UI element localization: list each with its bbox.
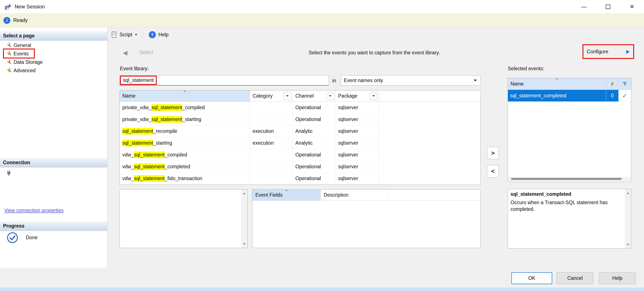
- event-row[interactable]: private_vdw_sql_statement_compiled Opera…: [120, 102, 480, 114]
- package-filter-dropdown[interactable]: [370, 92, 378, 100]
- sidebar-item-advanced[interactable]: Advanced: [0, 66, 103, 75]
- ok-button[interactable]: OK: [511, 272, 552, 284]
- event-name: sql_statement_starting: [120, 137, 250, 149]
- detail-pane-scrollbar[interactable]: [625, 189, 631, 248]
- minimize-button[interactable]: —: [572, 0, 596, 14]
- event-package: sqlserver: [336, 149, 379, 161]
- sidebar-item-events[interactable]: Events: [0, 50, 103, 58]
- event-package: sqlserver: [336, 161, 379, 172]
- filter-column-header[interactable]: [618, 78, 631, 90]
- back-arrow-button[interactable]: ◀: [119, 46, 132, 59]
- search-match-highlight: sql_statement: [122, 140, 153, 146]
- search-match-highlight: sql_statement: [152, 116, 182, 123]
- move-right-button[interactable]: >: [487, 147, 499, 160]
- scroll-down-icon[interactable]: ▼: [625, 241, 631, 247]
- event-search-input[interactable]: sql_statement: [120, 75, 329, 86]
- detail-title: sql_statement_completed: [510, 191, 622, 197]
- event-fields-pane: ^ Event Fields Description: [252, 189, 481, 248]
- toolbar-separator: [143, 30, 143, 39]
- column-header-category[interactable]: Category: [250, 90, 293, 102]
- description-pane-scrollbar[interactable]: [241, 190, 248, 248]
- event-library-label: Event library:: [120, 66, 149, 72]
- event-row[interactable]: private_vdw_sql_statement_starting Opera…: [120, 114, 480, 125]
- selected-event-check-icon: ✓: [618, 90, 631, 102]
- search-scope-value: Event names only: [344, 78, 383, 84]
- category-filter-dropdown[interactable]: [284, 92, 291, 100]
- search-match-highlight: sql_statement: [152, 104, 182, 111]
- done-check-icon: [6, 232, 18, 244]
- maximize-button[interactable]: [596, 0, 620, 14]
- selected-events-label: Selected events:: [508, 66, 544, 72]
- event-row[interactable]: sql_statement_starting execution Analyti…: [120, 137, 480, 149]
- event-category: [250, 172, 293, 184]
- event-channel: Operational: [293, 149, 336, 161]
- column-header-package[interactable]: Package: [336, 90, 379, 102]
- move-left-button[interactable]: <: [487, 165, 499, 178]
- wrench-icon: [6, 43, 11, 48]
- sidebar-item-general[interactable]: General: [0, 41, 103, 50]
- event-name: private_vdw_sql_statement_compiled: [120, 102, 250, 114]
- select-button[interactable]: Select: [139, 50, 153, 55]
- event-count-column-header[interactable]: [606, 78, 618, 90]
- sidebar-item-label: Data Storage: [14, 59, 43, 65]
- event-package: sqlserver: [336, 125, 379, 137]
- selected-column-header-name[interactable]: ^ Name: [508, 78, 606, 90]
- info-icon: i: [4, 17, 10, 24]
- event-channel: Operational: [293, 161, 336, 172]
- detail-text: Occurs when a Transact-SQL statement has…: [510, 199, 622, 212]
- chevron-down-icon: [474, 80, 477, 82]
- progress-status: Done: [26, 235, 38, 240]
- selected-events-table: ^ Name sql_statement_completed 0 ✓: [508, 78, 631, 182]
- selected-event-detail-pane: sql_statement_completed Occurs when a Tr…: [508, 189, 631, 248]
- search-match-highlight: sql_statement: [134, 163, 165, 170]
- toolbar-help-button[interactable]: Help: [158, 32, 168, 38]
- search-scope-select[interactable]: Event names only: [341, 75, 481, 86]
- event-channel: Analytic: [293, 137, 336, 149]
- view-connection-properties-link[interactable]: View connection properties: [4, 208, 64, 214]
- event-category: execution: [250, 137, 293, 149]
- sidebar-item-label: Advanced: [14, 68, 36, 74]
- column-header-event-fields[interactable]: ^ Event Fields: [252, 190, 321, 200]
- cancel-button[interactable]: Cancel: [556, 272, 594, 284]
- title-bar: New Session — ✕: [0, 0, 644, 14]
- column-header-name[interactable]: ^ Name: [120, 90, 250, 102]
- event-name: vdw_sql_statement_completed: [120, 161, 250, 172]
- scroll-down-icon[interactable]: ▼: [241, 241, 248, 247]
- event-fields-header: ^ Event Fields Description: [252, 190, 480, 201]
- script-dropdown-icon[interactable]: [135, 34, 137, 36]
- selected-event-row[interactable]: sql_statement_completed 0 ✓: [508, 90, 631, 102]
- column-header-channel[interactable]: Channel: [293, 90, 336, 102]
- event-row[interactable]: vdw_sql_statement_fido_transaction Opera…: [120, 172, 480, 184]
- channel-filter-dropdown[interactable]: [326, 92, 334, 100]
- column-header-description[interactable]: Description: [321, 190, 388, 200]
- scroll-up-icon[interactable]: ▲: [241, 190, 248, 196]
- toolbar: Script ? Help: [108, 27, 644, 42]
- event-category: [250, 149, 293, 161]
- event-channel: Operational: [293, 102, 336, 114]
- search-match-highlight: sql_statement: [134, 152, 165, 158]
- event-name: private_vdw_sql_statement_starting: [120, 114, 250, 125]
- wrench-icon: [6, 60, 11, 65]
- script-button[interactable]: Script: [120, 32, 132, 38]
- event-name: vdw_sql_statement_compiled: [120, 149, 250, 161]
- event-row[interactable]: sql_statement_recompile execution Analyt…: [120, 125, 480, 137]
- event-library-table: ^ Name Category Channel Package private_…: [120, 90, 481, 185]
- hscrollbar-thumb[interactable]: [511, 178, 622, 180]
- sidebar-item-label: Events: [14, 51, 28, 57]
- new-session-dialog: New Session — ✕ i Ready Select a page Ge…: [0, 0, 644, 291]
- configure-button[interactable]: Configure ▶: [582, 44, 634, 59]
- help-button[interactable]: Help: [599, 272, 636, 284]
- event-row[interactable]: vdw_sql_statement_compiled Operational s…: [120, 149, 480, 161]
- window-bottom-edge: [0, 288, 644, 291]
- status-bar: i Ready: [0, 14, 644, 27]
- sidebar-item-data-storage[interactable]: Data Storage: [0, 58, 103, 66]
- window-title: New Session: [14, 4, 45, 10]
- close-button[interactable]: ✕: [620, 0, 644, 14]
- event-channel: Operational: [293, 114, 336, 125]
- event-row[interactable]: vdw_sql_statement_completed Operational …: [120, 161, 480, 172]
- search-match-highlight: sql_statement: [134, 175, 165, 182]
- status-text: Ready: [13, 18, 28, 23]
- event-category: execution: [250, 125, 293, 137]
- event-category: [250, 161, 293, 172]
- scroll-up-icon[interactable]: ▲: [625, 190, 631, 196]
